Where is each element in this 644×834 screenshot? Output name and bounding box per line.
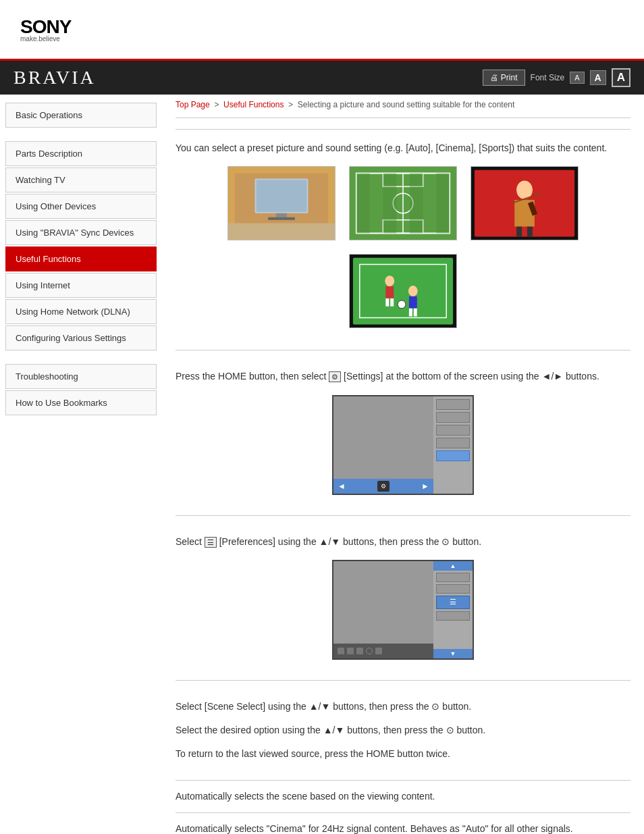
screen2-item3 — [436, 611, 470, 621]
settings-screen2-container: ▲ ☰ ▼ — [176, 560, 630, 660]
svg-rect-33 — [409, 296, 417, 309]
sidebar-item-using-bravia-sync[interactable]: Using "BRAVIA" Sync Devices — [5, 220, 157, 245]
svg-rect-30 — [385, 298, 389, 307]
svg-rect-15 — [410, 174, 423, 234]
bravia-title: BRAVIA — [14, 67, 96, 88]
screen1-right-arrow: ► — [421, 481, 429, 491]
screen2-item1 — [436, 573, 470, 582]
step5-text: To return to the last viewed source, pre… — [176, 746, 630, 762]
tv-images-row — [176, 166, 630, 328]
sidebar-item-using-other-devices[interactable]: Using Other Devices — [5, 194, 157, 219]
sidebar-item-troubleshooting[interactable]: Troubleshooting — [5, 364, 157, 389]
screen2-dot5 — [375, 648, 382, 654]
svg-rect-29 — [385, 286, 394, 298]
screen2-side-panel: ▲ ☰ ▼ — [433, 561, 473, 658]
svg-rect-13 — [356, 174, 370, 234]
step3-text: Select [Scene Select] using the ▲/▼ butt… — [176, 698, 630, 715]
intro-section: You can select a preset picture and soun… — [176, 129, 630, 350]
sidebar-item-using-home-network[interactable]: Using Home Network (DLNA) — [5, 299, 157, 324]
svg-rect-24 — [527, 227, 533, 237]
content-area: Top Page > Useful Functions > Selecting … — [162, 95, 644, 834]
step2-text: Select ☰ [Preferences] using the ▲/▼ but… — [176, 533, 630, 550]
settings-screen1-container: ◄ ⚙ ► — [176, 395, 630, 495]
print-button[interactable]: 🖨 Print — [483, 70, 525, 86]
step4-text: Select the desired option using the ▲/▼ … — [176, 722, 630, 739]
breadcrumb-top[interactable]: Top Page — [176, 100, 210, 109]
svg-rect-5 — [268, 217, 295, 220]
settings-icon-inline: ⚙ — [329, 371, 341, 382]
violin-tv-image — [471, 166, 579, 240]
svg-rect-35 — [414, 309, 417, 317]
screen2-dot4 — [366, 648, 373, 654]
screen1-item4 — [436, 438, 470, 448]
screen2-item2 — [436, 584, 470, 594]
sidebar-item-using-internet[interactable]: Using Internet — [5, 273, 157, 298]
svg-rect-26 — [353, 258, 453, 325]
screen2-pref-highlight: ☰ — [436, 596, 470, 609]
screen2-dot2 — [347, 648, 354, 654]
screen2-bottom-bar — [333, 644, 433, 658]
font-small-button[interactable]: A — [570, 72, 584, 84]
svg-rect-14 — [383, 174, 396, 234]
screen1-bottom-bar: ◄ ⚙ ► — [333, 479, 433, 494]
screen1-side-panel — [433, 396, 473, 494]
font-large-button[interactable]: A — [612, 68, 630, 87]
print-icon: 🖨 — [490, 73, 498, 82]
soccer-field-image — [349, 166, 457, 240]
svg-rect-3 — [256, 180, 306, 212]
sidebar-item-parts-description[interactable]: Parts Description — [5, 141, 157, 166]
step1-text: Press the HOME button, then select ⚙ [Se… — [176, 368, 630, 385]
cinema-tv-image — [227, 166, 336, 240]
svg-rect-4 — [276, 213, 287, 217]
svg-rect-34 — [409, 309, 412, 317]
note2: Automatically selects "Cinema" for 24Hz … — [176, 812, 630, 834]
step2-section: Select ☰ [Preferences] using the ▲/▼ but… — [176, 515, 630, 680]
font-medium-button[interactable]: A — [590, 70, 606, 85]
sidebar-item-watching-tv[interactable]: Watching TV — [5, 167, 157, 192]
step1-section: Press the HOME button, then select ⚙ [Se… — [176, 350, 630, 515]
breadcrumb-current: Selecting a picture and sound setting su… — [298, 100, 515, 109]
screen2-up-arrow: ▲ — [433, 561, 473, 571]
sidebar: Basic Operations Parts Description Watch… — [0, 95, 162, 834]
soccer-players-tv-image — [349, 254, 457, 328]
svg-rect-16 — [436, 174, 450, 234]
screen2-main — [333, 561, 433, 644]
bravia-bar: BRAVIA 🖨 Print Font Size A A A — [0, 61, 644, 95]
screen1-item-highlight — [436, 450, 470, 461]
svg-rect-31 — [390, 298, 394, 307]
screen2-dot1 — [338, 648, 344, 654]
sidebar-item-basic-operations[interactable]: Basic Operations — [5, 103, 157, 128]
settings-screen1: ◄ ⚙ ► — [332, 395, 474, 495]
screen2-down-arrow: ▼ — [433, 649, 473, 658]
screen1-item2 — [436, 412, 470, 423]
svg-point-32 — [408, 286, 418, 296]
sidebar-item-configuring-various[interactable]: Configuring Various Settings — [5, 325, 157, 350]
sidebar-item-useful-functions[interactable]: Useful Functions — [5, 246, 157, 271]
main-layout: Basic Operations Parts Description Watch… — [0, 95, 644, 834]
screen1-settings-icon: ⚙ — [377, 481, 390, 492]
steps345-section: Select [Scene Select] using the ▲/▼ butt… — [176, 680, 630, 781]
svg-rect-23 — [516, 227, 522, 237]
bravia-controls: 🖨 Print Font Size A A A — [483, 68, 630, 87]
prefs-icon-inline: ☰ — [205, 537, 217, 548]
intro-text: You can select a preset picture and soun… — [176, 140, 630, 155]
screen2-dot3 — [356, 648, 363, 654]
breadcrumb-useful-functions[interactable]: Useful Functions — [223, 100, 284, 109]
svg-point-28 — [385, 276, 394, 287]
sidebar-item-how-to-use-bookmarks[interactable]: How to Use Bookmarks — [5, 390, 157, 415]
note1: Automatically selects the scene based on… — [176, 780, 630, 812]
screen1-main — [333, 396, 433, 479]
screen1-item3 — [436, 425, 470, 436]
svg-rect-6 — [228, 224, 335, 240]
top-bar: SONY make.believe — [0, 0, 644, 61]
font-size-label: Font Size — [531, 73, 565, 82]
settings-screen2: ▲ ☰ ▼ — [332, 560, 474, 660]
breadcrumb: Top Page > Useful Functions > Selecting … — [176, 95, 630, 118]
screen1-left-arrow: ◄ — [338, 481, 346, 491]
screen1-item1 — [436, 399, 470, 410]
